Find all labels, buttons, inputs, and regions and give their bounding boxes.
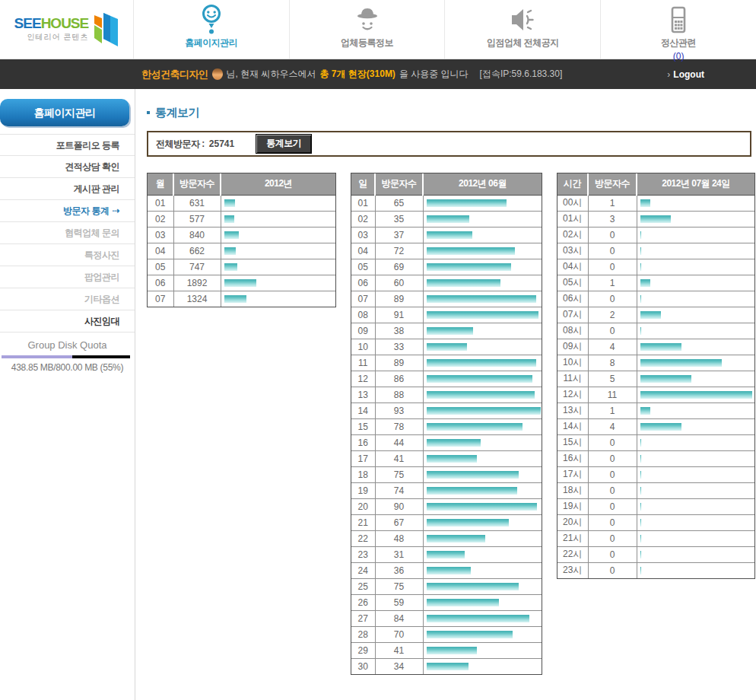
nav-item-notice[interactable]: 입점업체 전체공지 [444, 0, 600, 59]
bar-cell [423, 227, 542, 243]
visitor-count: 3 [588, 211, 637, 227]
visitor-bar [427, 567, 471, 574]
row-label: 04시 [557, 259, 588, 275]
sidebar-item[interactable]: 협력업체 문의 [0, 222, 135, 244]
seehouse-logo[interactable]: SEEHOUSE 인테리어 콘텐츠 [0, 0, 133, 59]
table-row: 0660 [351, 275, 542, 291]
logo-text-see: SEE [14, 15, 41, 31]
table-row: 1493 [351, 402, 542, 418]
sidebar-menu: 포트폴리오 등록견적상담 확인게시판 관리방문자 통계⇢협력업체 문의특정사진팝… [0, 134, 135, 332]
bar-cell [423, 339, 542, 355]
speaker-icon [507, 5, 538, 37]
sidebar: 홈페이지관리 포트폴리오 등록견적상담 확인게시판 관리방문자 통계⇢협력업체 … [0, 89, 135, 700]
bar-cell [423, 355, 542, 371]
bar-cell [637, 402, 754, 418]
sidebar-item[interactable]: 기타옵션 [0, 288, 135, 310]
nav-label: 업체등록정보 [341, 37, 393, 49]
visitor-count: 631 [173, 195, 221, 211]
bar-cell [637, 307, 754, 323]
column-header: 시간 [557, 173, 588, 195]
table-row: 0165 [351, 195, 542, 211]
row-label: 23 [351, 546, 375, 562]
visitor-bar [640, 375, 691, 383]
bar-cell [637, 371, 754, 387]
visitor-bar [640, 391, 752, 399]
row-label: 00시 [557, 195, 588, 211]
visitor-bar [224, 231, 239, 239]
user-status-bar: 한성건축디자인 님, 현재 씨하우스에서 총 7개 현장(310M) 을 사용중… [0, 59, 756, 89]
row-label: 17시 [557, 466, 588, 482]
visitor-count: 70 [375, 626, 423, 642]
bar-cell [637, 195, 754, 211]
sidebar-item[interactable]: 팝업관리 [0, 266, 135, 288]
row-label: 01 [351, 195, 375, 211]
visitor-count: 0 [588, 291, 637, 307]
table-row: 20시0 [557, 514, 754, 530]
table-row: 2090 [351, 498, 542, 514]
bar-cell [221, 195, 335, 211]
sidebar-title-tab[interactable]: 홈페이지관리 [0, 99, 129, 126]
stats-tables: 월방문자수2012년016310257703840046620574706189… [147, 173, 756, 675]
bar-cell [423, 514, 542, 530]
stats-table-day: 일방문자수2012년 06월01650235033704720569066007… [351, 173, 542, 675]
row-label: 25 [351, 578, 375, 594]
visitor-bar [640, 503, 641, 511]
view-stats-button[interactable]: 통계보기 [256, 134, 312, 154]
active-item-arrow-icon: ⇢ [112, 205, 119, 216]
row-label: 28 [351, 626, 375, 642]
row-label: 11시 [557, 371, 588, 387]
table-row: 0789 [351, 291, 542, 307]
sidebar-item[interactable]: 사진임대 [0, 310, 135, 332]
visitor-bar [640, 423, 681, 431]
row-label: 08 [351, 307, 375, 323]
logout-button[interactable]: ›Logout [667, 69, 704, 80]
bar-cell [637, 418, 754, 434]
visitor-bar [427, 583, 519, 590]
nav-item-settlement[interactable]: 정산관련 (0) [600, 0, 756, 59]
visitor-count: 89 [375, 291, 423, 307]
table-row: 1388 [351, 387, 542, 402]
table-row: 1033 [351, 339, 542, 355]
table-row: 1974 [351, 482, 542, 498]
sidebar-item[interactable]: 방문자 통계⇢ [0, 200, 135, 222]
nav-item-company-info[interactable]: 업체등록정보 [289, 0, 445, 59]
bar-cell [423, 275, 542, 291]
row-label: 05 [148, 259, 173, 275]
bar-cell [423, 434, 542, 450]
visitor-bar [640, 567, 641, 574]
nav-item-homepage-admin[interactable]: 홈페이지관리 [133, 0, 289, 59]
table-row: 18시0 [557, 482, 754, 498]
bar-cell [637, 466, 754, 482]
row-label: 19 [351, 482, 375, 498]
row-label: 03시 [557, 243, 588, 259]
row-label: 04 [351, 243, 375, 259]
sidebar-item[interactable]: 견적상담 확인 [0, 156, 135, 178]
logo-subtitle: 인테리어 콘텐츠 [14, 32, 89, 43]
visitor-count: 0 [588, 482, 637, 498]
table-row: 061892 [148, 275, 335, 291]
visitor-bar [224, 247, 236, 255]
sidebar-item[interactable]: 포트폴리오 등록 [0, 134, 135, 156]
visitor-count: 0 [588, 546, 637, 562]
visitor-count: 747 [173, 259, 221, 275]
bar-cell [637, 450, 754, 466]
table-row: 2331 [351, 546, 542, 562]
row-label: 11 [351, 355, 375, 371]
visitor-bar [427, 279, 500, 287]
table-row: 2436 [351, 562, 542, 578]
visitor-count: 840 [173, 227, 221, 243]
table-row: 1644 [351, 434, 542, 450]
visitor-count: 11 [588, 387, 637, 402]
visitor-count: 0 [588, 514, 637, 530]
row-label: 15시 [557, 434, 588, 450]
visitor-count: 91 [375, 307, 423, 323]
visitor-bar [427, 247, 515, 255]
visitor-count: 0 [588, 498, 637, 514]
sidebar-item[interactable]: 특정사진 [0, 244, 135, 266]
sidebar-item[interactable]: 게시판 관리 [0, 178, 135, 200]
visitor-bar [427, 375, 532, 383]
row-label: 06 [351, 275, 375, 291]
visitor-count: 36 [375, 562, 423, 578]
bar-cell [423, 450, 542, 466]
sidebar-item-label: 특정사진 [84, 250, 119, 260]
